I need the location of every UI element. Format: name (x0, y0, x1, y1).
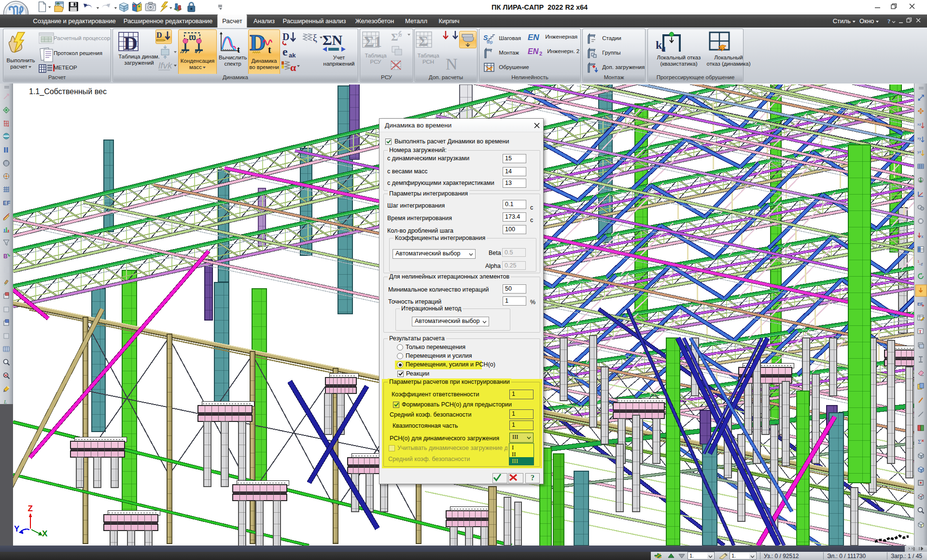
svg-text:D: D (282, 31, 289, 42)
svg-text:t: t (237, 45, 240, 54)
svg-text:xz: xz (917, 122, 921, 126)
svg-text:α: α (290, 61, 296, 73)
svg-text:xy: xy (917, 136, 921, 140)
svg-text:1: 1 (917, 259, 920, 264)
svg-text:N: N (446, 55, 458, 73)
svg-text:L: L (3, 399, 7, 404)
svg-text:D: D (124, 32, 138, 53)
svg-text:lfvk: lfvk (158, 60, 173, 70)
svg-text:Σ1: Σ1 (364, 33, 382, 50)
svg-text:m: m (189, 32, 196, 42)
svg-text:ΣN: ΣN (323, 32, 343, 48)
svg-text:t: t (268, 44, 271, 55)
svg-text:d: d (661, 45, 666, 53)
svg-text:ak: ak (289, 52, 296, 59)
svg-text:?: ? (887, 17, 891, 25)
svg-text:EN: EN (528, 33, 539, 42)
svg-text:T: T (919, 329, 922, 334)
svg-text:2: 2 (539, 51, 542, 56)
svg-text:D: D (156, 31, 162, 39)
svg-text:Σ: Σ (419, 33, 428, 49)
svg-text:Y: Y (14, 524, 20, 533)
svg-text:ξ: ξ (313, 33, 317, 43)
svg-text:Z: Z (28, 504, 33, 513)
svg-text:e: e (282, 45, 288, 58)
svg-text:X: X (42, 529, 48, 538)
svg-text:x: x (921, 234, 924, 239)
svg-text:EF: EF (3, 200, 10, 207)
svg-text:B: B (3, 253, 8, 260)
svg-text:EN: EN (528, 47, 539, 56)
svg-text:tep: tep (487, 40, 493, 44)
svg-text:yz: yz (917, 150, 921, 154)
svg-text:Σ: Σ (391, 31, 398, 43)
svg-text:Σ: Σ (918, 438, 921, 445)
